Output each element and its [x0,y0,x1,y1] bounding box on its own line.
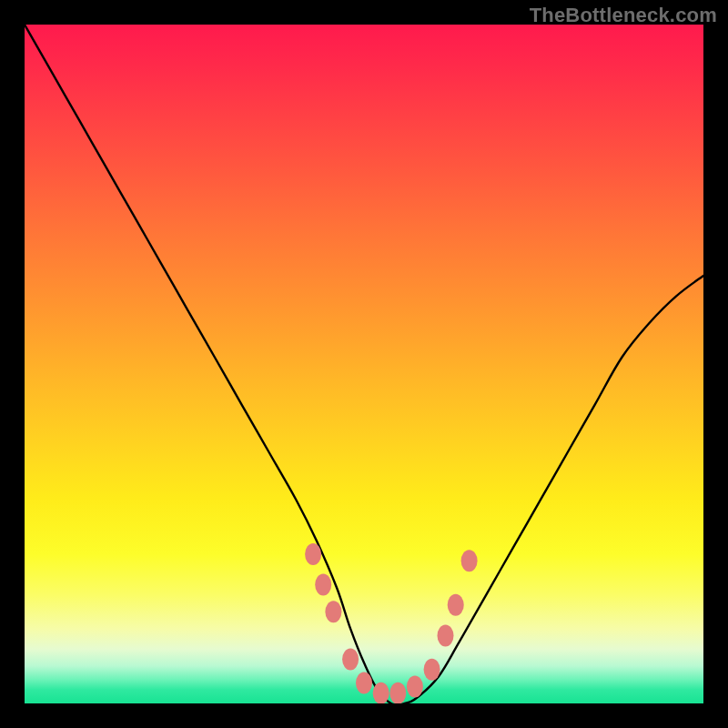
outer-frame: TheBottleneck.com [0,0,728,728]
curve-marker [305,543,321,565]
curve-marker [389,682,406,703]
curve-layer [25,25,703,703]
curve-marker [373,682,389,703]
curve-marker [461,550,478,571]
curve-marker [438,624,454,646]
bottleneck-curve [25,25,703,703]
curve-marker [448,594,464,616]
plot-area [25,25,703,703]
curve-marker [342,649,359,671]
curve-marker [325,601,341,622]
curve-markers [305,543,477,703]
curve-marker [315,574,331,596]
curve-marker [424,659,440,681]
curve-marker [356,672,372,694]
curve-marker [407,675,423,697]
